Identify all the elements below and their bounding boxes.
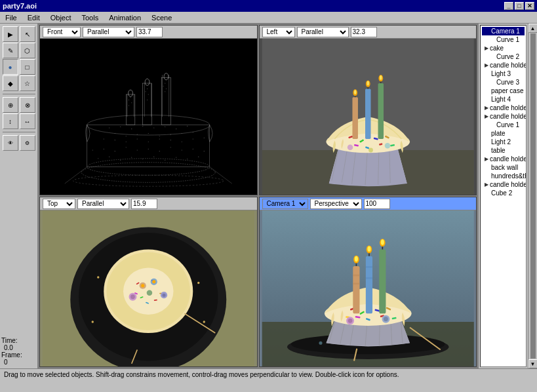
svg-point-32 [159,138,160,139]
svg-point-54 [165,160,165,161]
top-value-input[interactable] [131,199,157,209]
svg-point-161 [384,317,388,321]
menu-tools[interactable]: Tools [78,13,103,22]
tree-item[interactable]: Light 2 [482,138,525,146]
svg-point-40 [126,147,127,147]
front-proj-select[interactable]: Parallel Perspective [83,27,134,37]
draw-tool[interactable]: ✎ [3,43,18,58]
left-view-select[interactable]: Left Front Right Back Top [262,27,295,37]
svg-point-94 [347,145,353,151]
move-v-tool[interactable]: ↕ [3,113,18,129]
svg-rect-163 [365,256,372,314]
maximize-button[interactable]: □ [515,2,524,10]
svg-rect-0 [43,39,254,195]
svg-point-180 [319,342,322,345]
top-proj-select[interactable]: Parallel Perspective [77,199,129,209]
svg-point-18 [187,126,188,127]
move-h-tool[interactable]: ↔ [20,113,35,129]
hex-tool[interactable]: ⬡ [20,43,35,58]
left-viewport-content[interactable] [260,39,477,195]
view-tool[interactable]: 👁 [3,135,18,151]
svg-rect-167 [365,266,372,268]
front-viewport-content[interactable] [40,39,257,195]
svg-point-34 [182,142,182,142]
viewport-left-header: Left Front Right Back Top Parallel Persp… [260,26,477,39]
camera-proj-select[interactable]: Perspective Parallel [310,199,362,209]
scroll-down-arrow[interactable]: ▼ [528,359,538,368]
svg-point-60 [131,102,132,103]
tree-item[interactable]: table [482,146,525,155]
menu-animation[interactable]: Animation [105,13,145,22]
viewport-camera-header: Camera 1 Perspective Parallel [260,197,477,210]
menu-edit[interactable]: Edit [24,13,44,22]
square-tool[interactable]: □ [20,59,35,75]
left-value-input[interactable] [351,27,377,37]
viewport-front[interactable]: Front Back Left Right Top Bottom Paralle… [39,25,258,195]
svg-point-68 [166,88,167,89]
scroll-track[interactable] [530,33,536,359]
viewport-top[interactable]: Top Front Back Left Parallel Perspective [39,197,258,367]
tree-item[interactable]: ▶ candle holder [482,112,525,121]
select-tool[interactable]: ▶ [3,26,18,42]
tree-item[interactable]: Curve 1 [482,35,525,44]
tree-item[interactable]: ▶ cake [482,44,525,52]
svg-point-36 [204,138,205,138]
svg-point-128 [130,294,135,299]
tree-item[interactable]: ▶ candle holder [482,155,525,163]
pointer-tool[interactable]: ↖ [20,26,35,42]
tree-item[interactable]: Curve 2 [482,52,525,61]
tree-item[interactable]: paper case [482,87,525,95]
svg-point-12 [120,127,121,127]
svg-point-106 [367,81,368,86]
tree-item[interactable]: ▶ candle holder [482,180,525,189]
tree-item[interactable]: plate [482,129,525,138]
svg-point-135 [92,321,94,323]
zoom-in-tool[interactable]: ⊕ [3,97,18,113]
scene-tree: Camera 1Curve 1▶ cakeCurve 2▶ candle hol… [480,25,527,367]
svg-point-39 [115,151,115,151]
top-view-select[interactable]: Top Front Back Left [43,199,75,209]
scroll-up-arrow[interactable]: ▲ [528,24,538,33]
front-value-input[interactable] [136,27,163,37]
svg-point-37 [92,149,93,150]
camera-value-input[interactable] [364,199,390,209]
tree-item[interactable]: Curve 3 [482,78,525,87]
tree-item[interactable]: ▶ candle holder [482,104,525,112]
circle-tool[interactable]: ● [3,59,18,75]
svg-point-58 [129,100,129,100]
top-viewport-content[interactable] [40,210,257,366]
star-tool[interactable]: ☆ [20,75,35,91]
front-view-select[interactable]: Front Back Left Right Top Bottom [43,27,81,37]
left-proj-select[interactable]: Parallel Perspective [297,27,349,37]
tree-item[interactable]: Curve 1 [482,121,525,129]
menu-object[interactable]: Object [47,13,75,22]
frame-label: Frame: [1,351,36,359]
tree-item[interactable]: Cube 2 [482,189,525,197]
svg-point-45 [182,149,182,150]
camera-view-select[interactable]: Camera 1 [262,199,308,209]
svg-point-125 [152,280,155,283]
viewport-left[interactable]: Left Front Right Back Top Parallel Persp… [259,25,477,195]
viewport-camera[interactable]: Camera 1 Perspective Parallel [259,197,477,367]
minimize-button[interactable]: _ [504,2,513,10]
zoom-out-tool[interactable]: ⊗ [20,97,35,113]
svg-point-25 [182,133,182,134]
svg-point-20 [126,136,127,136]
scene-scrollbar[interactable]: ▲ ▼ [528,24,537,368]
svg-point-21 [137,134,138,135]
menu-file[interactable]: File [1,13,21,22]
tree-item[interactable]: Light 3 [482,69,525,78]
camera-viewport-content[interactable] [260,210,477,366]
close-button[interactable]: ✕ [525,2,534,10]
tree-item[interactable]: back wall [482,163,525,172]
tree-item[interactable]: hundreds&thou [482,172,525,180]
time-label: Time: [1,337,36,344]
tree-item[interactable]: Camera 1 [482,27,525,35]
menu-scene[interactable]: Scene [148,13,176,22]
viewport-front-header: Front Back Left Right Top Bottom Paralle… [40,26,257,39]
tree-item[interactable]: ▶ candle holder [482,61,525,69]
settings-tool[interactable]: ⚙ [20,135,35,151]
svg-point-52 [142,159,143,159]
diamond-tool[interactable]: ◆ [3,75,18,91]
tree-item[interactable]: Light 4 [482,95,525,104]
